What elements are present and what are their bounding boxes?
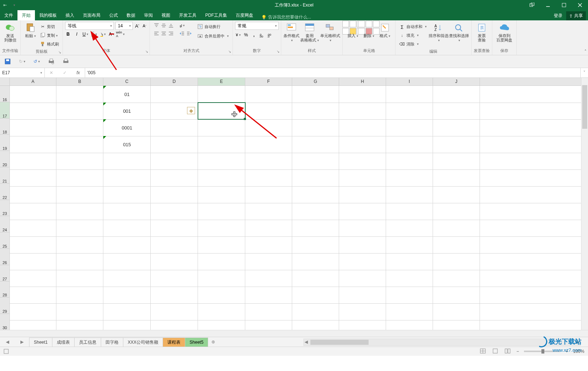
row-header[interactable]: 23 [0,200,10,216]
tab-view[interactable]: 视图 [157,10,175,20]
decrease-decimal-icon[interactable]: .00.0 [267,32,273,38]
save-to-baidu-button[interactable]: 保存到 百度网盘 [494,22,514,43]
border-button[interactable] [91,31,97,37]
row-header[interactable]: 25 [0,232,10,249]
invoice-verify-button[interactable]: 票 发票 查验 [474,22,490,43]
prev-sheet-icon[interactable]: ◀ [6,339,9,344]
row-header[interactable]: 18 [0,119,10,135]
tab-formulas[interactable]: 公式 [105,10,122,20]
increase-indent-icon[interactable] [186,31,192,36]
number-format-select[interactable]: 常规▾ [235,22,279,30]
conditional-formatting-button[interactable]: 条件格式 [283,22,299,43]
restore-window-icon[interactable] [524,0,540,10]
row-header[interactable]: 16 [0,86,10,102]
align-left-icon[interactable] [154,31,159,36]
name-box[interactable]: E17▾ [0,68,45,77]
maximize-icon[interactable] [556,0,572,10]
expand-formula-bar-icon[interactable]: ˅ [580,68,588,77]
tab-data[interactable]: 数据 [122,10,140,20]
add-sheet-button[interactable]: ⊕ [208,338,219,346]
merge-center-button[interactable]: a 合并后居中 [197,32,229,40]
tab-pdf[interactable]: PDF工具集 [201,10,231,20]
cut-button[interactable]: ✂ 剪切 [40,23,59,31]
column-header[interactable]: H [339,78,386,86]
format-cells-button[interactable]: 格式 [377,22,393,39]
sheet-nav[interactable]: ◀ ▶ [0,339,29,344]
tab-dev[interactable]: 开发工具 [175,10,201,20]
sheet-tab[interactable]: 课程表 [163,338,185,347]
sheet-tab[interactable]: Sheet5 [185,338,208,347]
row-header[interactable]: 17 [0,102,10,119]
accounting-format-button[interactable]: ¥ [235,32,241,38]
cell[interactable]: 001 [103,103,151,119]
print-preview-icon[interactable] [48,58,55,65]
row-header[interactable]: 28 [0,282,10,298]
fill-handle[interactable] [244,118,246,120]
delete-cells-button[interactable]: 删除 [361,22,377,39]
sheet-tab[interactable]: 员工信息 [74,338,101,347]
page-layout-view-icon[interactable] [492,348,499,355]
redo-icon[interactable]: ↻ [19,58,25,65]
sheet-tab[interactable]: XXX公司销售额 [123,338,163,347]
cell[interactable]: 0001 [103,119,151,136]
row-header[interactable]: 26 [0,249,10,265]
decrease-font-icon[interactable]: Aˇ [142,23,147,29]
titlebar-btn[interactable] [11,2,17,8]
formula-input[interactable]: '005 [85,68,580,77]
align-top-icon[interactable] [154,23,159,28]
close-icon[interactable] [572,0,588,10]
print-icon[interactable] [63,58,69,65]
column-header[interactable]: G [292,78,339,86]
comma-style-button[interactable]: , [251,32,257,38]
row-header[interactable]: 22 [0,184,10,200]
row-header[interactable]: 30 [0,314,10,330]
find-select-button[interactable]: 查找和选择 [449,22,469,43]
save-icon[interactable] [4,58,11,65]
paste-button[interactable]: 粘贴 [23,22,38,39]
select-all-corner[interactable] [0,78,10,86]
sort-filter-button[interactable]: AZ 排序和筛选 [428,22,449,43]
column-headers[interactable]: ABCDEFGHIJ [10,78,581,86]
login-button[interactable]: 登录 [554,13,563,19]
minimize-icon[interactable] [540,0,556,10]
tell-me-field[interactable]: 💡 告诉我您想要做什么... [261,14,311,20]
cell[interactable]: 01 [103,86,151,103]
increase-font-icon[interactable]: Aˆ [134,23,140,29]
fill-color-button[interactable] [100,31,106,37]
tab-layout[interactable]: 页面布局 [79,10,105,20]
send-to-wechat-button[interactable]: 发送 到微信 [2,22,18,43]
fx-icon[interactable]: fx [76,70,80,75]
page-break-view-icon[interactable] [504,348,511,355]
grid[interactable]: 010010001015005◆ [10,86,581,330]
row-header[interactable]: 21 [0,167,10,184]
font-size-select[interactable]: 14▾ [115,22,133,30]
cancel-edit-icon[interactable]: ✕ [49,70,53,75]
zoom-out-button[interactable]: − [516,349,519,354]
row-header[interactable]: 27 [0,265,10,282]
titlebar-btn[interactable]: ⇤ [2,2,8,8]
tab-insert[interactable]: 插入 [61,10,79,20]
table-style-button[interactable]: 套用 表格格式 [299,22,320,43]
column-header[interactable]: I [386,78,433,86]
sheet-tab[interactable]: 成绩表 [52,338,75,347]
font-name-select[interactable]: 等线▾ [65,22,114,30]
fill-button[interactable]: ↓填充 [399,31,427,39]
autosum-button[interactable]: ∑自动求和 [399,23,427,31]
row-header[interactable]: 20 [0,151,10,167]
column-header[interactable]: E [198,78,245,86]
tab-review[interactable]: 审阅 [140,10,157,20]
underline-button[interactable]: U [83,31,88,37]
font-color-button[interactable]: A [109,31,115,37]
collapse-ribbon-icon[interactable]: ˄ [584,49,587,54]
column-header[interactable]: D [151,78,198,86]
align-middle-icon[interactable] [161,23,167,28]
bold-button[interactable]: B [65,31,71,37]
tab-file[interactable]: 文件 [0,10,17,20]
column-header[interactable]: B [56,78,103,86]
format-painter-button[interactable]: 格式刷 [40,40,59,48]
decrease-indent-icon[interactable] [179,31,185,36]
italic-button[interactable]: I [74,31,80,37]
percent-button[interactable]: % [243,32,249,38]
orientation-button[interactable]: ab [179,23,185,28]
increase-decimal-icon[interactable]: .0.00 [259,32,265,38]
